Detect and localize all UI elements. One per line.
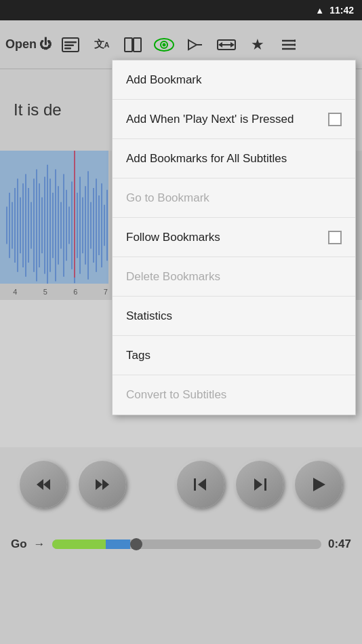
- svg-marker-134: [254, 478, 262, 491]
- menu-item-delete-bookmarks: Delete Bookmarks: [113, 257, 355, 297]
- menu-item-add-when-play-next-label: Add When 'Play Next' is Pressed: [126, 113, 294, 126]
- open-label: Open: [5, 37, 37, 52]
- add-when-play-next-checkbox[interactable]: [328, 113, 342, 126]
- status-time: 11:42: [329, 5, 354, 16]
- power-icon[interactable]: ⏻: [39, 37, 52, 52]
- go-label: Go: [11, 537, 27, 551]
- progress-time: 0:47: [328, 537, 351, 551]
- menu-item-convert-to-subtitles: Convert to Subtitles: [113, 375, 355, 415]
- open-button[interactable]: Open ⏻: [5, 37, 52, 52]
- progress-track[interactable]: [52, 539, 321, 549]
- svg-marker-13: [218, 42, 222, 48]
- wifi-icon: ▲: [315, 5, 324, 16]
- svg-rect-4: [125, 38, 132, 52]
- svg-rect-133: [264, 478, 266, 491]
- menu-item-go-to-bookmark-label: Go to Bookmark: [126, 191, 209, 205]
- svg-marker-130: [102, 479, 109, 490]
- fast-forward-button[interactable]: [79, 461, 126, 508]
- menu-item-follow-bookmarks-label: Follow Bookmarks: [126, 231, 220, 244]
- menu-item-statistics[interactable]: Statistics: [113, 297, 355, 336]
- menu-item-add-when-play-next[interactable]: Add When 'Play Next' is Pressed: [113, 100, 355, 139]
- bottom-area: [0, 566, 362, 644]
- menu-item-delete-bookmarks-label: Delete Bookmarks: [126, 270, 220, 284]
- menu-item-add-bookmark-label: Add Bookmark: [126, 73, 202, 87]
- menu-item-convert-to-subtitles-label: Convert to Subtitles: [126, 388, 226, 402]
- menu-item-add-bookmarks-all-label: Add Bookmarks for All Subtitles: [126, 152, 287, 166]
- text-layout-icon[interactable]: [121, 33, 145, 57]
- menu-item-tags[interactable]: Tags: [113, 336, 355, 375]
- progress-fill-blue: [106, 539, 130, 549]
- menu-item-follow-bookmarks[interactable]: Follow Bookmarks: [113, 218, 355, 257]
- controls-area: [0, 447, 362, 522]
- svg-marker-127: [37, 479, 43, 490]
- svg-marker-128: [43, 479, 50, 490]
- menu-item-add-bookmark[interactable]: Add Bookmark: [113, 60, 355, 100]
- status-bar: ▲ 11:42: [0, 0, 362, 20]
- ruler-tick: 4: [0, 288, 31, 296]
- progress-area: Go → 0:47: [0, 522, 362, 566]
- expand-icon[interactable]: [214, 33, 239, 57]
- menu-item-add-bookmarks-all[interactable]: Add Bookmarks for All Subtitles: [113, 139, 355, 178]
- progress-thumb: [130, 538, 142, 550]
- menu-item-go-to-bookmark: Go to Bookmark: [113, 178, 355, 218]
- subtitle-icon[interactable]: [58, 33, 83, 57]
- rewind-button[interactable]: [20, 461, 67, 508]
- svg-marker-135: [313, 478, 325, 491]
- eye-icon[interactable]: [152, 33, 176, 57]
- svg-point-8: [163, 43, 166, 46]
- skip-forward-button[interactable]: [236, 461, 283, 508]
- ruler-tick: 5: [31, 288, 61, 296]
- svg-rect-5: [134, 38, 141, 52]
- arrow-right-icon[interactable]: [183, 33, 207, 57]
- follow-bookmarks-checkbox[interactable]: [328, 231, 342, 244]
- translate-icon[interactable]: 文A: [89, 33, 114, 57]
- svg-marker-9: [188, 40, 197, 50]
- menu-item-tags-label: Tags: [126, 349, 150, 362]
- svg-rect-3: [64, 48, 71, 50]
- ruler-tick: 6: [60, 288, 91, 296]
- subtitle-text: It is de: [14, 100, 62, 119]
- svg-marker-14: [230, 42, 235, 48]
- star-icon[interactable]: ★: [245, 33, 270, 57]
- go-arrow-icon: →: [34, 537, 45, 551]
- progress-fill-green: [52, 539, 106, 549]
- svg-marker-132: [198, 478, 206, 491]
- play-button[interactable]: [295, 461, 342, 508]
- waveform-selection: [0, 151, 108, 284]
- svg-rect-2: [64, 44, 74, 46]
- dropdown-menu: Add Bookmark Add When 'Play Next' is Pre…: [112, 60, 356, 415]
- skip-back-button[interactable]: [177, 461, 224, 508]
- svg-rect-1: [64, 41, 77, 43]
- svg-rect-131: [194, 478, 196, 491]
- svg-marker-129: [96, 479, 102, 490]
- menu-icon[interactable]: [277, 33, 301, 57]
- menu-item-statistics-label: Statistics: [126, 309, 172, 323]
